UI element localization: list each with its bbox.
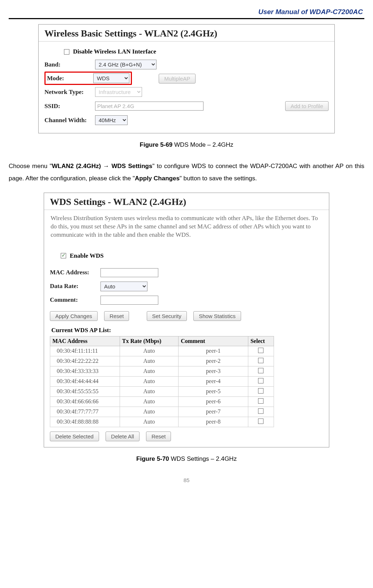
cell-mac: 00:30:4f:66:66:66 [50,396,120,407]
th-mac: MAC Address [50,336,120,346]
band-label: Band: [44,61,95,68]
nettype-label: Network Type: [44,89,95,96]
fig2-title: WDS Settings - WLAN2 (2.4GHz) [44,193,329,210]
cell-comment: peer-1 [179,346,248,356]
cell-comment: peer-4 [179,376,248,386]
channel-width-select[interactable]: 40MHz [95,115,128,125]
ssid-label: SSID: [44,103,95,110]
row-select-checkbox[interactable] [258,368,263,373]
comment-input[interactable] [100,296,158,305]
cell-mac: 00:30:4f:44:44:44 [50,376,120,386]
cell-select [248,407,274,417]
row-select-checkbox[interactable] [258,358,263,363]
table-row: 00:30:4f:66:66:66Autopeer-6 [50,396,274,407]
th-rate: Tx Rate (Mbps) [120,336,178,346]
row-select-checkbox[interactable] [258,348,263,353]
cell-select [248,376,274,386]
page-number: 85 [9,477,364,483]
cell-comment: peer-2 [179,356,248,366]
show-statistics-button[interactable]: Show Statistics [193,311,241,321]
row-select-checkbox[interactable] [258,408,263,414]
row-select-checkbox[interactable] [258,398,263,404]
figure-2-caption: Figure 5-70 WDS Settings – 2.4GHz [9,455,364,463]
add-to-profile-button: Add to Profile [285,101,329,111]
table-row: 00:30:4f:88:88:88Autopeer-8 [50,417,274,427]
delete-all-button[interactable]: Delete All [106,432,139,441]
cell-select [248,396,274,407]
delete-selected-button[interactable]: Delete Selected [50,432,99,441]
doc-header: User Manual of WDAP-C7200AC [9,8,364,18]
reset-list-button[interactable]: Reset [146,432,171,441]
apply-changes-button[interactable]: Apply Changes [50,311,98,321]
enable-wds-checkbox[interactable] [61,253,66,258]
mode-label: Mode: [47,75,93,82]
wds-ap-table: MAC Address Tx Rate (Mbps) Comment Selec… [50,336,274,427]
cell-comment: peer-7 [179,407,248,417]
cell-select [248,417,274,427]
cell-comment: peer-3 [179,366,248,376]
cell-mac: 00:30:4f:22:22:22 [50,356,120,366]
channel-width-label: Channel Width: [44,117,95,124]
set-security-button[interactable]: Set Security [147,311,187,321]
cell-rate: Auto [120,356,178,366]
mac-address-label: MAC Address: [50,269,100,276]
cell-mac: 00:30:4f:55:55:55 [50,386,120,396]
nettype-select: Infrastructure [95,87,142,97]
enable-wds-label: Enable WDS [70,252,104,259]
ssid-input [95,102,203,111]
fig1-title: Wireless Basic Settings - WLAN2 (2.4GHz) [39,25,334,42]
cell-select [248,366,274,376]
table-row: 00:30:4f:55:55:55Autopeer-5 [50,386,274,396]
table-row: 00:30:4f:11:11:11Autopeer-1 [50,346,274,356]
disable-wlan-label: Disable Wireless LAN Interface [73,48,156,55]
cell-mac: 00:30:4f:88:88:88 [50,417,120,427]
cell-rate: Auto [120,346,178,356]
band-select[interactable]: 2.4 GHz (B+G+N) [95,60,157,69]
cell-comment: peer-5 [179,386,248,396]
data-rate-label: Data Rate: [50,283,100,290]
multiple-ap-button: MultipleAP [159,74,196,83]
row-select-checkbox[interactable] [258,388,263,394]
th-select: Select [248,336,274,346]
cell-mac: 00:30:4f:11:11:11 [50,346,120,356]
disable-wlan-checkbox[interactable] [64,49,69,55]
table-row: 00:30:4f:44:44:44Autopeer-4 [50,376,274,386]
fig2-description: Wireless Distribution System uses wirele… [44,210,326,246]
cell-mac: 00:30:4f:33:33:33 [50,366,120,376]
cell-rate: Auto [120,396,178,407]
cell-comment: peer-6 [179,396,248,407]
table-row: 00:30:4f:22:22:22Autopeer-2 [50,356,274,366]
row-select-checkbox[interactable] [258,378,263,383]
table-row: 00:30:4f:33:33:33Autopeer-3 [50,366,274,376]
th-comment: Comment [179,336,248,346]
cell-rate: Auto [120,366,178,376]
header-rule [9,18,364,19]
mode-select[interactable]: WDS [93,73,129,83]
reset-button[interactable]: Reset [104,311,129,321]
table-row: 00:30:4f:77:77:77Autopeer-7 [50,407,274,417]
cell-rate: Auto [120,417,178,427]
instruction-paragraph: Choose menu "WLAN2 (2.4GHz) → WDS Settin… [9,160,364,185]
figure-1-wrap: Wireless Basic Settings - WLAN2 (2.4GHz)… [9,24,364,133]
comment-label: Comment: [50,296,100,304]
figure-1-caption: Figure 5-69 WDS Mode – 2.4GHz [9,141,364,149]
cell-rate: Auto [120,376,178,386]
figure-2-wrap: WDS Settings - WLAN2 (2.4GHz) Wireless D… [9,193,364,447]
cell-rate: Auto [120,407,178,417]
cell-select [248,386,274,396]
cell-comment: peer-8 [179,417,248,427]
row-select-checkbox[interactable] [258,419,263,424]
cell-select [248,356,274,366]
cell-select [248,346,274,356]
cell-rate: Auto [120,386,178,396]
current-wds-list-label: Current WDS AP List: [50,321,323,336]
data-rate-select[interactable]: Auto [100,282,147,291]
mac-address-input[interactable] [100,268,158,277]
cell-mac: 00:30:4f:77:77:77 [50,407,120,417]
